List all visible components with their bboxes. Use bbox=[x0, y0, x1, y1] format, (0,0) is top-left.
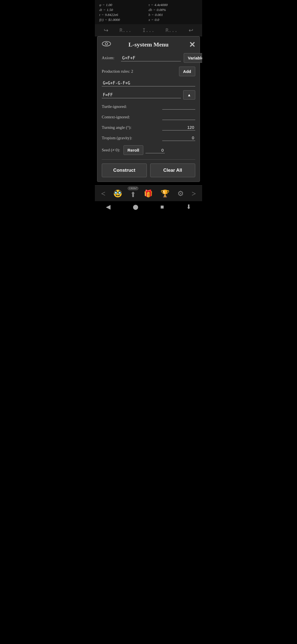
toolbar-trophy-item[interactable]: 🏆 bbox=[161, 189, 169, 198]
background-nav-row: ↩ R... I... R... ↩ bbox=[95, 24, 202, 36]
svg-point-1 bbox=[105, 42, 108, 45]
axiom-row: Axiom: Variables bbox=[102, 53, 195, 63]
x-val: 0.0 bbox=[155, 18, 159, 22]
dialog-header: L-system Menu ✕ bbox=[102, 41, 195, 48]
context-ignored-label: Context-ignored: bbox=[102, 115, 162, 119]
rule-1-input[interactable] bbox=[102, 80, 195, 86]
trophy-icon: 🏆 bbox=[161, 189, 169, 198]
turtle-ignored-label: Turtle-ignored: bbox=[102, 104, 162, 109]
close-icon[interactable]: ✕ bbox=[189, 40, 195, 49]
disguise-icon: 🥸 bbox=[113, 189, 122, 198]
variables-button[interactable]: Variables bbox=[184, 53, 202, 63]
ft-var: f(t) bbox=[99, 18, 104, 22]
tropism-input[interactable] bbox=[162, 135, 195, 141]
tropism-row: Tropism (gravity): bbox=[102, 135, 195, 141]
turning-angle-row: Turning angle (°): bbox=[102, 124, 195, 130]
context-ignored-row: Context-ignored: bbox=[102, 114, 195, 120]
star-icon: ⬆ bbox=[130, 190, 136, 199]
reroll-button[interactable]: Reroll bbox=[123, 145, 144, 155]
phi-var: φ bbox=[99, 3, 101, 7]
tau-var: τ bbox=[148, 3, 150, 7]
rule-2-row: ▲ bbox=[102, 90, 195, 100]
rule-1-row bbox=[102, 80, 195, 86]
phi-val: 1.00 bbox=[106, 3, 112, 7]
db-val: 0.00% bbox=[157, 8, 166, 12]
dialog-title: L-system Menu bbox=[128, 41, 169, 48]
gear-icon: ⚙ bbox=[177, 189, 184, 198]
db-var: db bbox=[148, 8, 152, 12]
android-nav-bar: ◀ ⬤ ■ ⬇ bbox=[95, 201, 202, 213]
t-var: t bbox=[99, 13, 100, 17]
turning-angle-input[interactable] bbox=[162, 124, 195, 130]
turtle-ignored-row: Turtle-ignored: bbox=[102, 103, 195, 110]
rule-2-expand-button[interactable]: ▲ bbox=[183, 90, 195, 100]
toolbar-prev-button[interactable]: < bbox=[101, 189, 105, 198]
seed-row: Seed (≠ 0): Reroll bbox=[102, 145, 195, 155]
tau-val: 4.4e4000 bbox=[154, 3, 167, 7]
axiom-label: Axiom: bbox=[102, 56, 118, 60]
context-ignored-input[interactable] bbox=[162, 114, 195, 120]
android-download-button[interactable]: ⬇ bbox=[186, 203, 191, 211]
toolbar-settings-item[interactable]: ⚙ bbox=[177, 189, 184, 198]
toolbar-bookmark-item[interactable]: 1.9620e7 ⬆ bbox=[130, 188, 136, 199]
toolbar-next-button[interactable]: > bbox=[192, 189, 196, 198]
turtle-ignored-input[interactable] bbox=[162, 103, 195, 110]
b-var: b bbox=[148, 13, 150, 17]
eye-icon[interactable] bbox=[102, 40, 111, 49]
stats-bar: φ = 1.00 τ = 4.4e4000 dt = 1.50 db = 0.0… bbox=[95, 0, 202, 24]
android-recent-button[interactable]: ■ bbox=[160, 203, 164, 211]
toolbar-badge: 1.9620e7 bbox=[128, 187, 139, 190]
android-home-button[interactable]: ⬤ bbox=[133, 204, 138, 210]
tropism-label: Tropism (gravity): bbox=[102, 136, 162, 140]
bottom-toolbar: < 🥸 1.9620e7 ⬆ 🎁 🏆 ⚙ > bbox=[95, 185, 202, 201]
toolbar-disguise-item[interactable]: 🥸 bbox=[113, 189, 122, 198]
construct-button[interactable]: Construct bbox=[102, 163, 147, 177]
b-val: 0.001 bbox=[155, 13, 163, 17]
rule-2-input[interactable] bbox=[102, 92, 181, 98]
dt-val: 1.50 bbox=[107, 8, 113, 12]
production-rules-label: Production rules: 2 bbox=[102, 69, 133, 74]
seed-label: Seed (≠ 0): bbox=[102, 148, 120, 152]
add-rule-button[interactable]: Add bbox=[179, 67, 195, 76]
android-back-button[interactable]: ◀ bbox=[106, 203, 111, 211]
lsystem-dialog: L-system Menu ✕ Axiom: Variables Product… bbox=[97, 36, 200, 182]
production-rules-row: Production rules: 2 Add bbox=[102, 67, 195, 76]
gift-icon: 🎁 bbox=[144, 189, 153, 198]
action-buttons-row: Construct Clear All bbox=[102, 163, 195, 177]
x-var: x bbox=[148, 18, 150, 22]
svg-point-0 bbox=[102, 41, 111, 46]
axiom-input[interactable] bbox=[121, 55, 181, 61]
dt-var: dt bbox=[99, 8, 102, 12]
t-val: 9.8422e6 bbox=[105, 13, 118, 17]
clear-all-button[interactable]: Clear All bbox=[150, 163, 195, 177]
ft-val: $1.0000 bbox=[108, 18, 120, 22]
divider bbox=[102, 159, 195, 160]
toolbar-gift-item[interactable]: 🎁 bbox=[144, 189, 153, 198]
turning-angle-label: Turning angle (°): bbox=[102, 125, 162, 130]
seed-input[interactable] bbox=[145, 147, 165, 153]
